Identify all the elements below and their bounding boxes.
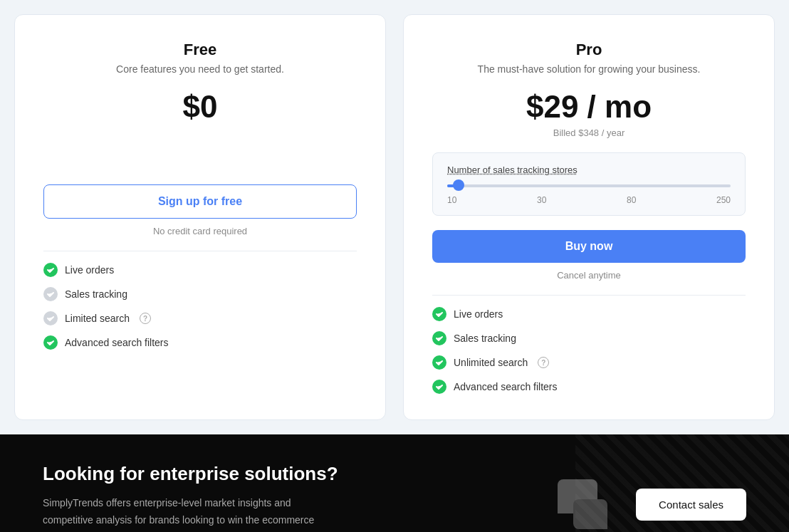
- check-icon-advanced-search: [43, 335, 58, 350]
- enterprise-desc: SimplyTrends offers enterprise-level mar…: [43, 495, 342, 532]
- check-icon-live-orders: [43, 263, 58, 277]
- slider-container: Number of sales tracking stores 10 30 80…: [432, 152, 746, 216]
- pro-feature-sales-tracking: Sales tracking: [432, 331, 746, 345]
- slider-tick-3: 80: [627, 195, 636, 205]
- slider-label: Number of sales tracking stores: [447, 165, 731, 175]
- limited-search-info-icon[interactable]: ?: [140, 313, 151, 324]
- pro-feature-list: Live orders Sales tracking Unlimited sea…: [432, 307, 746, 394]
- pricing-section: Free Core features you need to get start…: [0, 0, 789, 434]
- pro-feature-advanced-search-label: Advanced search filters: [454, 381, 558, 392]
- free-feature-advanced-search-label: Advanced search filters: [65, 337, 169, 348]
- check-icon-limited-search: [43, 311, 58, 325]
- chat-icon: [550, 479, 607, 529]
- free-feature-live-orders-label: Live orders: [65, 264, 114, 276]
- free-plan-card: Free Core features you need to get start…: [14, 14, 386, 420]
- slider-label-text: Number of sales tracking stores: [447, 165, 578, 175]
- pro-check-icon-unlimited-search: [432, 355, 446, 370]
- pro-check-icon-sales-tracking: [432, 331, 446, 345]
- enterprise-title: Looking for enterprise solutions?: [43, 463, 342, 485]
- enterprise-text: Looking for enterprise solutions? Simply…: [43, 463, 342, 532]
- free-cta-note: No credit card required: [43, 226, 357, 236]
- free-feature-sales-tracking-label: Sales tracking: [65, 288, 127, 300]
- slider-track: [447, 184, 731, 187]
- pro-feature-sales-tracking-label: Sales tracking: [454, 333, 516, 344]
- pro-divider: [432, 295, 746, 296]
- slider-tick-2: 30: [537, 195, 546, 205]
- pro-billing-note: Billed $348 / year: [432, 127, 746, 138]
- contact-sales-button[interactable]: Contact sales: [636, 489, 746, 521]
- pro-plan-price: $29 / mo: [432, 89, 746, 125]
- free-plan-desc: Core features you need to get started.: [43, 63, 357, 75]
- pro-feature-live-orders-label: Live orders: [454, 308, 503, 320]
- pro-plan-name: Pro: [432, 41, 746, 59]
- slider-tick-4: 250: [716, 195, 731, 205]
- check-icon-sales-tracking: [43, 287, 58, 301]
- enterprise-right: Contact sales: [550, 479, 746, 529]
- chat-bubble-2: [573, 499, 607, 529]
- slider-track-wrapper[interactable]: [447, 184, 731, 188]
- pro-cta-note: Cancel anytime: [432, 270, 746, 281]
- free-plan-name: Free: [43, 41, 357, 59]
- free-feature-sales-tracking: Sales tracking: [43, 287, 357, 301]
- pro-feature-unlimited-search-label: Unlimited search: [454, 357, 528, 368]
- unlimited-search-info-icon[interactable]: ?: [538, 357, 549, 368]
- free-cta-button[interactable]: Sign up for free: [43, 184, 357, 219]
- slider-thumb[interactable]: [453, 179, 464, 191]
- pro-feature-unlimited-search: Unlimited search ?: [432, 355, 746, 370]
- pro-check-icon-live-orders: [432, 307, 446, 321]
- free-feature-advanced-search: Advanced search filters: [43, 335, 357, 350]
- free-feature-limited-search: Limited search ?: [43, 311, 357, 325]
- enterprise-section: Looking for enterprise solutions? Simply…: [0, 434, 789, 532]
- pro-feature-advanced-search: Advanced search filters: [432, 380, 746, 394]
- free-divider: [43, 251, 357, 251]
- pro-cta-button[interactable]: Buy now: [432, 230, 746, 263]
- pro-check-icon-advanced-search: [432, 380, 446, 394]
- slider-tick-1: 10: [447, 195, 456, 205]
- free-feature-live-orders: Live orders: [43, 263, 357, 277]
- pro-feature-live-orders: Live orders: [432, 307, 746, 321]
- free-plan-price: $0: [43, 89, 357, 125]
- free-price-spacer: [43, 127, 357, 184]
- slider-ticks: 10 30 80 250: [447, 195, 731, 205]
- pro-plan-card: Pro The must-have solution for growing y…: [403, 14, 775, 420]
- free-feature-list: Live orders Sales tracking Limited searc…: [43, 263, 357, 350]
- pro-plan-desc: The must-have solution for growing your …: [432, 63, 746, 75]
- free-feature-limited-search-label: Limited search: [65, 313, 130, 324]
